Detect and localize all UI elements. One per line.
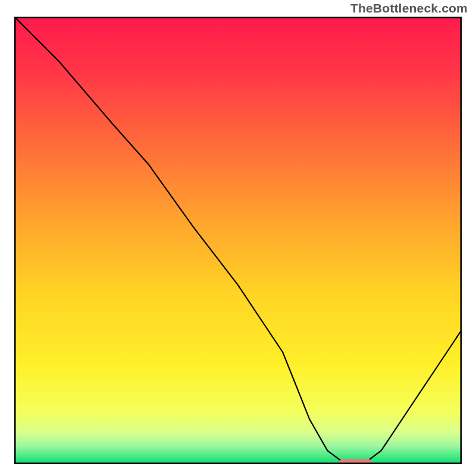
bottleneck-chart xyxy=(14,17,462,464)
gradient-background xyxy=(14,17,462,464)
chart-container: TheBottleneck.com xyxy=(0,0,476,476)
watermark-text: TheBottleneck.com xyxy=(350,1,468,15)
